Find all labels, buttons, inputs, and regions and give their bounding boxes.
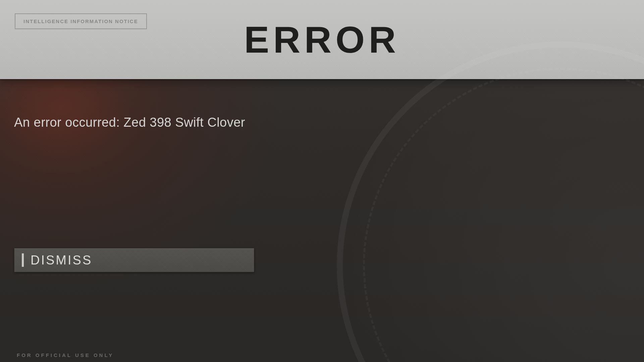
error-header: ERROR [0, 0, 644, 79]
error-body: An error occurred: Zed 398 Swift Clover … [0, 79, 644, 362]
error-title: ERROR [244, 18, 400, 61]
error-screen: ERROR INTELLIGENCE INFORMATION NOTICE An… [0, 0, 644, 362]
footer-classification: FOR OFFICIAL USE ONLY [17, 352, 114, 358]
dismiss-button-label: DISMISS [31, 253, 92, 267]
selection-bar-icon [22, 253, 24, 267]
notice-pill: INTELLIGENCE INFORMATION NOTICE [15, 13, 147, 29]
error-message: An error occurred: Zed 398 Swift Clover [14, 115, 245, 130]
dismiss-button[interactable]: DISMISS [14, 248, 254, 272]
